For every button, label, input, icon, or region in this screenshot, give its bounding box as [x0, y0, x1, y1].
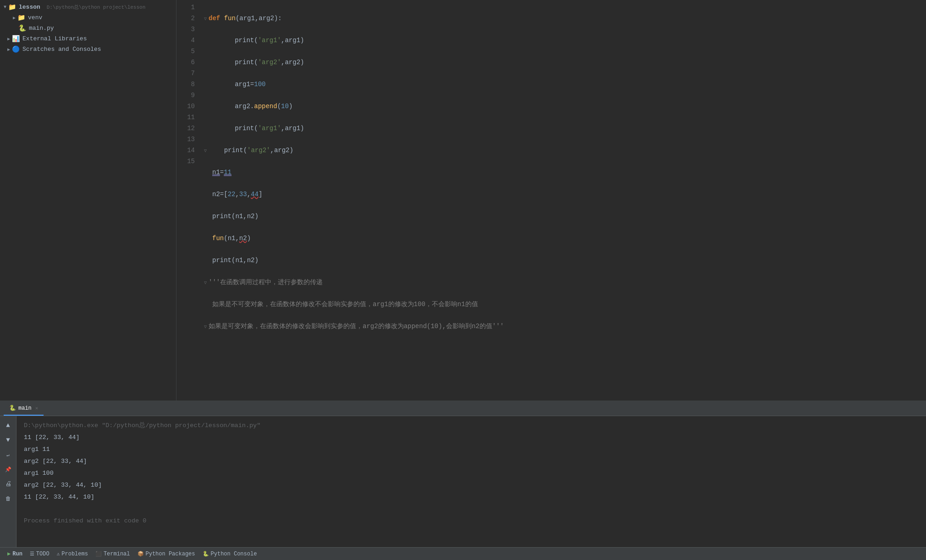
output-line-2: arg1 11: [24, 444, 919, 456]
scroll-down-button[interactable]: ▼: [3, 434, 14, 445]
code-line-7: ▽ print('arg2',arg2): [204, 145, 926, 156]
extlib-icon: 📊: [12, 35, 20, 43]
sidebar-item-extlib[interactable]: ▶ 📊 External Libraries: [0, 33, 176, 44]
code-line-6: print('arg1',arg1): [204, 123, 926, 134]
code-line-2: print('arg1',arg1): [204, 35, 926, 46]
sidebar-venv-label: venv: [28, 14, 42, 21]
editor-area: 1 2 3 4 5 6 7 8 9 10 11 12 13 14 15 ▽def…: [176, 0, 926, 401]
sidebar-item-mainpy[interactable]: 🐍 main.py: [0, 23, 176, 33]
run-status-item[interactable]: ▶ Run: [4, 548, 26, 560]
console-label: Python Console: [211, 551, 257, 557]
sidebar-project-label: lesson D:\python总\python project\lesson: [19, 4, 145, 11]
output-line-5: arg2 [22, 33, 44, 10]: [24, 479, 919, 491]
sidebar-item-scratches[interactable]: ▶ 🔵 Scratches and Consoles: [0, 44, 176, 55]
python-file-icon: 🐍: [18, 24, 26, 32]
code-line-12: print(n1,n2): [204, 255, 926, 266]
pin-tab-button[interactable]: 📌: [3, 464, 14, 475]
todo-label: TODO: [36, 551, 50, 557]
chevron-extlib-icon: ▶: [7, 36, 10, 42]
output-line-empty: [24, 503, 919, 515]
code-line-9: n2=[22,33,44]: [204, 189, 926, 200]
scroll-up-button[interactable]: ▲: [3, 420, 14, 431]
code-content[interactable]: ▽def fun(arg1,arg2): print('arg1',arg1) …: [199, 0, 926, 401]
problems-icon: ⚠: [57, 551, 60, 557]
problems-status-item[interactable]: ⚠ Problems: [53, 548, 92, 560]
output-line-4: arg1 100: [24, 467, 919, 479]
folder-icon: 📁: [8, 3, 16, 11]
packages-icon: 📦: [138, 551, 144, 557]
sidebar-mainpy-label: main.py: [29, 25, 54, 32]
output-line-3: arg2 [22, 33, 44]: [24, 456, 919, 467]
venv-folder-icon: 📁: [17, 14, 25, 22]
terminal-status-item[interactable]: ⬛ Terminal: [92, 548, 134, 560]
command-line: D:\python\python.exe "D:/python总/python …: [24, 420, 919, 432]
sidebar-item-lesson[interactable]: ▼ 📁 lesson D:\python总\python project\les…: [0, 2, 176, 12]
code-line-13: ▽'''在函数调用过程中，进行参数的传递: [204, 277, 926, 288]
run-panel: ▲ ▼ ↵ 📌 🖨 🗑 D:\python\python.exe "D:/pyt…: [0, 416, 926, 547]
clear-button[interactable]: 🗑: [3, 493, 14, 504]
bottom-panel: 🐍 main ✕ ▲ ▼ ↵ 📌 🖨 🗑 D:\python\python.ex…: [0, 401, 926, 547]
terminal-label: Terminal: [104, 551, 130, 557]
status-bar: ▶ Run ☰ TODO ⚠ Problems ⬛ Terminal 📦 Pyt…: [0, 547, 926, 560]
sidebar-item-venv[interactable]: ▶ 📁 venv: [0, 12, 176, 23]
sidebar: ▼ 📁 lesson D:\python总\python project\les…: [0, 0, 176, 401]
python-tab-icon: 🐍: [9, 405, 16, 412]
code-line-4: arg1=100: [204, 79, 926, 90]
run-label: Run: [12, 551, 22, 557]
code-line-8: n1=11: [204, 167, 926, 178]
run-sidebar: ▲ ▼ ↵ 📌 🖨 🗑: [0, 416, 17, 547]
chevron-right-icon: ▶: [13, 15, 16, 21]
sidebar-extlib-label: External Libraries: [22, 35, 87, 42]
code-line-10: print(n1,n2): [204, 211, 926, 222]
line-numbers: 1 2 3 4 5 6 7 8 9 10 11 12 13 14 15: [176, 0, 199, 401]
close-tab-icon[interactable]: ✕: [35, 405, 39, 411]
code-line-3: print('arg2',arg2): [204, 57, 926, 68]
packages-label: Python Packages: [146, 551, 195, 557]
run-tab-label: main: [18, 405, 32, 412]
output-line-1: 11 [22, 33, 44]: [24, 432, 919, 444]
console-status-item[interactable]: 🐍 Python Console: [199, 548, 261, 560]
run-icon: ▶: [7, 550, 11, 557]
run-output: D:\python\python.exe "D:/python总/python …: [17, 416, 926, 547]
code-line-11: fun(n1,n2): [204, 233, 926, 244]
chevron-scratches-icon: ▶: [7, 47, 10, 52]
main-area: ▼ 📁 lesson D:\python总\python project\les…: [0, 0, 926, 401]
code-line-1: ▽def fun(arg1,arg2):: [204, 13, 926, 24]
run-tab-main[interactable]: 🐍 main ✕: [4, 401, 44, 416]
code-line-15: ▽如果是可变对象，在函数体的修改会影响到实参的值，arg2的修改为append(…: [204, 321, 926, 332]
output-line-6: 11 [22, 33, 44, 10]: [24, 491, 919, 503]
terminal-icon: ⬛: [95, 551, 102, 557]
print-button[interactable]: 🖨: [3, 478, 14, 489]
scratches-icon: 🔵: [12, 45, 20, 53]
packages-status-item[interactable]: 📦 Python Packages: [134, 548, 199, 560]
code-editor[interactable]: 1 2 3 4 5 6 7 8 9 10 11 12 13 14 15 ▽def…: [176, 0, 926, 401]
process-finished-line: Process finished with exit code 0: [24, 515, 919, 527]
problems-label: Problems: [61, 551, 88, 557]
console-icon: 🐍: [203, 551, 209, 557]
sidebar-scratches-label: Scratches and Consoles: [22, 46, 101, 53]
code-line-5: arg2.append(10): [204, 101, 926, 112]
todo-status-item[interactable]: ☰ TODO: [26, 548, 53, 560]
todo-icon: ☰: [30, 551, 34, 557]
chevron-down-icon: ▼: [4, 5, 6, 10]
code-line-14: 如果是不可变对象，在函数体的修改不会影响实参的值，arg1的修改为100，不会影…: [204, 299, 926, 310]
soft-wrap-button[interactable]: ↵: [3, 449, 14, 460]
bottom-tabs-bar: 🐍 main ✕: [0, 401, 926, 416]
